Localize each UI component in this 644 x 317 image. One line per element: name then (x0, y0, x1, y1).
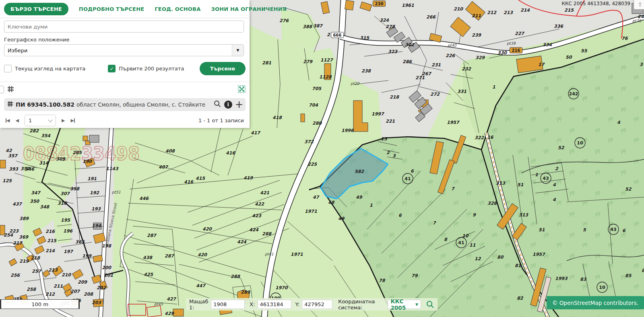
first-200-checkbox[interactable]: ✓ (108, 65, 116, 72)
parcel-label: 6 (398, 213, 402, 218)
crs-select[interactable]: ККС 2005 ▼ (388, 300, 421, 309)
survey-point-label: pt39 (507, 41, 516, 45)
parcel-label: 418 (272, 115, 282, 120)
chevron-down-icon: ▼ (232, 45, 244, 56)
parcel-label: 49 (356, 195, 363, 200)
scale-input[interactable] (211, 300, 245, 309)
parcel-label: 387 (313, 23, 323, 29)
parcel-label: 216 (45, 229, 55, 234)
osm-attribution[interactable]: © OpenStreetMap contributors. (547, 296, 644, 309)
parcel-label: 357 (8, 153, 18, 158)
select-all-checkbox[interactable] (0, 86, 4, 93)
parcel-label: 51 (517, 182, 524, 187)
parcel-label: 348 (40, 204, 50, 210)
parcel-label: 438 (143, 255, 153, 260)
page-number: 1 (29, 117, 32, 124)
parcel-label: 254 (4, 233, 13, 238)
parcel-label: 437 (12, 202, 22, 207)
parcel-label: 258 (27, 287, 36, 292)
grid-icon (7, 101, 13, 109)
parcel-label: 313 (496, 181, 506, 186)
parcel-label: 55 (581, 48, 588, 54)
parcel-label: 287 (147, 233, 157, 238)
result-row[interactable]: ПИ 69345.100.582 област Смолян, община С… (4, 98, 246, 111)
prev-page-button[interactable]: ◀ (15, 118, 19, 123)
parcel-label: 324 (380, 18, 389, 23)
parcel-label: 49 (338, 216, 345, 221)
parcel-label: 3 (640, 62, 643, 67)
parcel-label: 213 (504, 10, 513, 15)
survey-point-label: pt38 (632, 19, 642, 23)
next-page-button[interactable]: ▶ (62, 118, 65, 123)
info-icon[interactable]: i (224, 101, 232, 109)
parcel-label: 125 (2, 178, 12, 183)
parcel-label: 15 (381, 136, 388, 142)
parcel-label: 424 (237, 239, 247, 245)
app-stage: 0884233498Krastana Stoeva Street27638838… (0, 0, 644, 317)
parcel-label: 329 (475, 55, 485, 60)
parcel-label: 257 (32, 269, 41, 274)
parcel-label: 227 (515, 31, 524, 36)
parcel-label: 225 (308, 162, 317, 167)
parcel-label: 323 (388, 49, 398, 54)
parcel-label-circled: 43 (610, 227, 616, 232)
divider (0, 82, 250, 82)
parcel-label: 267 (422, 71, 431, 76)
tab-restriction-zones[interactable]: ЗОНИ НА ОГРАНИЧЕНИЯ (211, 6, 287, 12)
parcel-label: 289 (241, 290, 250, 295)
parcel-label: 278 (386, 24, 395, 29)
zoom-to-result-icon[interactable] (213, 100, 221, 109)
coordinate-search-icon[interactable] (426, 300, 434, 309)
keywords-input[interactable] (4, 21, 244, 33)
geo-select-value: Избери (4, 47, 27, 54)
parcel-label: 83 (580, 277, 587, 282)
scalebar-label: 100 m (31, 301, 48, 307)
map-badge-label: 666 (333, 33, 342, 37)
parcel-label: 199 (82, 253, 92, 259)
expand-extent-icon[interactable] (238, 85, 246, 95)
parcel-label: 202 (97, 285, 106, 290)
north-arrow-button[interactable]: ⇧ (634, 0, 644, 10)
parcel-label: 48 (328, 200, 335, 205)
parcel-label: 417 (251, 130, 260, 136)
survey-point-label: pt20 (351, 81, 360, 86)
first-200-label: Първите 200 резултата (119, 66, 184, 72)
tab-geodetic-basis[interactable]: ГЕОД. ОСНОВА (155, 6, 200, 12)
last-page-button[interactable]: ▶ (70, 118, 74, 123)
parcel-label: 239 (472, 33, 481, 38)
tab-quick-search[interactable]: БЪРЗО ТЪРСЕНЕ (4, 3, 68, 15)
chevron-down-icon (48, 117, 52, 122)
search-button[interactable]: Търсене (200, 62, 246, 75)
parcel-label: 2 (555, 166, 559, 171)
parcel-label: 9 (473, 212, 476, 218)
parcel-label: 17 (538, 62, 545, 67)
parcel-label: 215 (47, 238, 57, 243)
add-icon[interactable]: + (235, 101, 243, 109)
tab-bar: БЪРЗО ТЪРСЕНЕ ПОДРОБНО ТЪРСЕНЕ ГЕОД. ОСН… (0, 0, 250, 18)
x-coordinate-input[interactable] (258, 300, 291, 309)
parcel-label: 198 (102, 243, 111, 249)
parcel-label: 203 (92, 300, 101, 305)
current-view-checkbox[interactable] (4, 65, 12, 72)
parcel-label: 81 (515, 263, 521, 268)
parcel-label: 280 (312, 121, 322, 126)
page-select[interactable]: 1 (25, 115, 56, 126)
parcel-label: 369 (19, 235, 29, 240)
parcel-label: 207 (70, 289, 80, 294)
geo-location-select[interactable]: Избери ▼ (4, 44, 244, 56)
map-badge-label: 216 (512, 48, 520, 53)
tab-detailed-search[interactable]: ПОДРОБНО ТЪРСЕНЕ (79, 6, 144, 12)
parcel-label: 389 (19, 216, 29, 221)
y-coordinate-input[interactable] (302, 300, 332, 309)
survey-point-label: pt41 (265, 252, 274, 256)
parcel-label-circled: 10 (599, 285, 605, 290)
parcel-label: 286 (402, 59, 412, 64)
parcel-label: 1996 (341, 128, 354, 133)
first-page-button[interactable]: ◀ (6, 118, 10, 123)
parcel-label: 322 (475, 135, 484, 140)
pagination: ◀ ◀ 1 ▶ ▶ 1 - 1 от 1 записи (4, 115, 246, 126)
parcel-label: 281 (262, 60, 271, 66)
current-view-label: Текущ изглед на картата (15, 66, 85, 72)
parcel-label: 194 (92, 223, 101, 228)
parcel-label: 582 (355, 169, 364, 174)
